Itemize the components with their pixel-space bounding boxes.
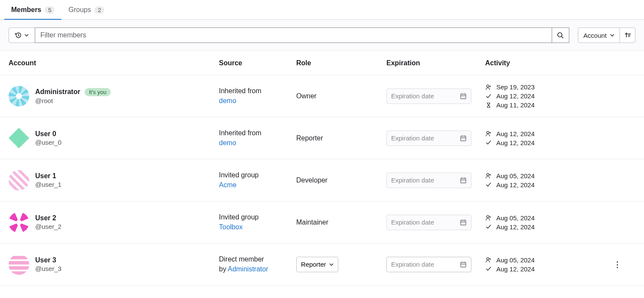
user-plus-icon	[485, 257, 492, 263]
table-row: User 2 @user_2 Invited group Toolbox Mai…	[0, 201, 644, 243]
activity-joined: Aug 05, 2024	[496, 214, 535, 222]
source-link[interactable]: demo	[219, 139, 236, 146]
expiration-placeholder: Expiration date	[391, 92, 434, 100]
role-value: Developer	[292, 176, 382, 184]
source-link[interactable]: Acme	[219, 181, 237, 189]
table-row: User 1 @user_1 Invited group Acme Develo…	[0, 159, 644, 201]
member-username: @root	[35, 97, 111, 104]
tab-groups[interactable]: Groups 2	[61, 0, 111, 20]
chevron-down-icon	[610, 34, 614, 36]
members-table: Account Source Role Expiration Activity …	[0, 51, 644, 286]
sort-group: Account	[578, 27, 635, 43]
expiration-placeholder: Expiration date	[391, 176, 434, 184]
col-activity: Activity	[481, 59, 605, 67]
expiration-input[interactable]: Expiration date	[386, 88, 471, 104]
source-link[interactable]: Toolbox	[219, 223, 243, 231]
tab-members[interactable]: Members 5	[4, 0, 61, 20]
more-actions-button[interactable]: ⋮	[610, 257, 625, 272]
history-button[interactable]	[9, 27, 35, 43]
svg-point-10	[487, 258, 489, 260]
tab-groups-label: Groups	[68, 6, 91, 14]
chevron-down-icon	[329, 263, 334, 266]
svg-rect-5	[461, 178, 466, 183]
activity-joined: Aug 05, 2024	[496, 172, 535, 179]
sort-direction-icon	[624, 32, 631, 39]
svg-point-4	[487, 131, 489, 134]
svg-point-0	[558, 33, 562, 37]
tab-groups-count: 2	[94, 6, 104, 14]
check-icon	[485, 266, 492, 272]
its-you-badge: It's you	[85, 88, 111, 96]
sort-dropdown[interactable]: Account	[578, 27, 620, 43]
avatar[interactable]	[9, 170, 29, 191]
avatar[interactable]	[9, 128, 29, 149]
check-icon	[485, 182, 492, 188]
activity-signin: Aug 12, 2024	[496, 265, 535, 273]
filter-toolbar: Account	[0, 20, 644, 51]
hourglass-icon	[485, 102, 492, 108]
tabs: Members 5 Groups 2	[0, 0, 644, 20]
expiration-input[interactable]: Expiration date	[386, 173, 471, 188]
member-name[interactable]: User 2	[35, 214, 56, 222]
history-icon	[15, 32, 22, 39]
svg-point-6	[487, 173, 489, 176]
user-plus-icon	[485, 173, 492, 179]
member-username: @user_3	[35, 265, 61, 272]
member-username: @user_1	[35, 181, 61, 188]
search-button[interactable]	[552, 27, 569, 43]
col-account: Account	[4, 59, 215, 67]
source-link[interactable]: demo	[219, 97, 236, 104]
expiration-input[interactable]: Expiration date	[386, 257, 471, 272]
filter-input[interactable]	[35, 27, 552, 43]
user-plus-icon	[485, 131, 492, 137]
activity-signin: Aug 12, 2024	[496, 223, 535, 231]
calendar-icon	[460, 135, 467, 142]
source-by: by	[219, 265, 228, 273]
member-username: @user_0	[35, 139, 61, 146]
table-row: User 0 @user_0 Inherited from demo Repor…	[0, 117, 644, 159]
member-name[interactable]: User 3	[35, 256, 56, 264]
expiration-placeholder: Expiration date	[391, 219, 434, 226]
calendar-icon	[460, 261, 467, 268]
chevron-down-icon	[24, 34, 29, 36]
avatar[interactable]	[9, 212, 29, 233]
table-row: Administrator It's you @root Inherited f…	[0, 75, 644, 117]
kebab-icon: ⋮	[614, 260, 621, 269]
expiration-placeholder: Expiration date	[391, 134, 434, 142]
check-icon	[485, 93, 492, 99]
expiration-placeholder: Expiration date	[391, 261, 434, 268]
table-row: User 3 @user_3 Direct member by Administ…	[0, 243, 644, 286]
source-prefix: Inherited from	[219, 87, 261, 94]
member-name[interactable]: User 0	[35, 130, 56, 138]
member-name[interactable]: Administrator	[35, 88, 80, 96]
user-plus-icon	[485, 84, 492, 90]
member-name[interactable]: User 1	[35, 172, 56, 180]
member-username: @user_2	[35, 223, 61, 230]
tab-members-label: Members	[11, 6, 41, 14]
col-source: Source	[215, 59, 292, 67]
expiration-input[interactable]: Expiration date	[386, 131, 471, 146]
calendar-icon	[460, 219, 467, 226]
search-icon	[557, 32, 564, 39]
svg-rect-1	[461, 94, 466, 99]
svg-point-2	[487, 85, 489, 87]
activity-last: Aug 11, 2024	[496, 101, 535, 109]
user-plus-icon	[485, 215, 492, 221]
avatar[interactable]	[9, 254, 29, 275]
svg-rect-7	[461, 220, 466, 225]
calendar-icon	[460, 93, 467, 100]
activity-signin: Aug 12, 2024	[496, 139, 535, 146]
role-select[interactable]: Reporter	[296, 257, 338, 272]
activity-joined: Aug 05, 2024	[496, 256, 535, 264]
avatar[interactable]	[9, 86, 29, 106]
source-link[interactable]: Administrator	[228, 265, 268, 273]
activity-signin: Aug 12, 2024	[496, 92, 535, 100]
svg-point-8	[487, 216, 489, 218]
sort-direction-button[interactable]	[620, 27, 635, 43]
col-expiration: Expiration	[382, 59, 481, 67]
activity-signin: Aug 12, 2024	[496, 181, 535, 189]
expiration-input[interactable]: Expiration date	[386, 215, 471, 230]
tab-members-count: 5	[45, 6, 55, 14]
source-prefix: Direct member	[219, 255, 264, 263]
activity-joined: Sep 19, 2023	[496, 83, 535, 91]
